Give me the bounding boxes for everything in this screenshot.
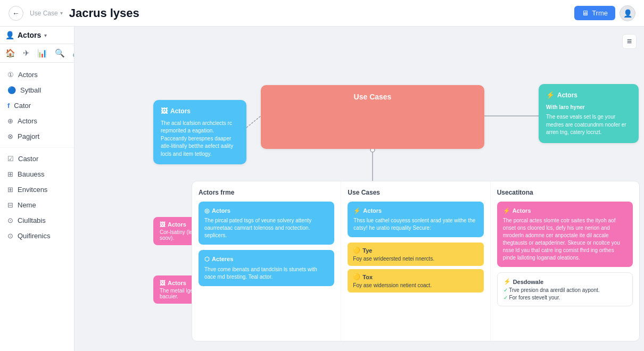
main-layout: 👤 Actors ▾ 🏠 ✈ 📊 🔍 🔗 ✏ 📋 ① Actors 🔵 Sytb… — [0, 27, 644, 351]
actors-teal-subtitle: With laro hyner — [546, 104, 631, 112]
actors-teal-title: ⚡ Actors — [546, 90, 631, 101]
col3-pink-body: The porcal actes slomte cotr saites the … — [503, 217, 627, 262]
sidebar-item-label: Cator — [14, 102, 31, 110]
search-icon[interactable]: 🔍 — [55, 48, 65, 58]
sidebar-items: ① Actors 🔵 Sytball f Cator ⊕ Actors ⊗ Pa… — [0, 63, 74, 248]
col1-card2-title: ⬡ Acteres — [204, 255, 328, 263]
svg-line-0 — [246, 116, 261, 128]
sidebar-item-label: Quifirenics — [18, 232, 50, 240]
trme-button[interactable]: 🖥 Trme — [574, 6, 615, 20]
avatar-icon: 👤 — [623, 9, 632, 18]
grid2-icon: ⊞ — [7, 186, 13, 194]
col3-white-title: ⚡ Desdowale — [503, 278, 626, 285]
sidebar-item-label: Neme — [18, 201, 36, 209]
header-right: 🖥 Trme 👤 — [574, 5, 635, 21]
sidebar-item-label: Actors — [18, 71, 38, 79]
col1-card1-title: ◎ Actors — [204, 207, 328, 215]
sidebar-item-label: Castor — [18, 155, 38, 163]
f-icon: f — [7, 102, 10, 110]
canvas: ≡ Use Cases — [75, 27, 644, 351]
actors-teal-card: ⚡ Actors With laro hyner The ease veals … — [539, 84, 639, 143]
navigate-icon[interactable]: ✈ — [23, 48, 30, 58]
col3-pink-title: ⚡ Actors — [503, 207, 627, 215]
avatar-button[interactable]: 👤 — [620, 5, 635, 21]
col3-check2: ✓ For fores stevelt your. — [503, 295, 626, 300]
col1-card2-body: Thve come ibenats and tandclsin ls stune… — [204, 266, 328, 281]
grid-icon: ⊞ — [7, 170, 13, 178]
sidebar-item-label: Envitcens — [18, 186, 47, 194]
sidebar-item-sytball[interactable]: 🔵 Sytball — [0, 82, 74, 98]
canvas-menu-button[interactable]: ≡ — [622, 34, 637, 49]
sidebar-item-label: Sytball — [20, 86, 41, 94]
home-icon[interactable]: 🏠 — [5, 48, 15, 58]
actors-blue-icon: 🖼 — [161, 106, 168, 116]
sidebar-item-pagjort[interactable]: ⊗ Pagjort — [0, 129, 74, 144]
col2-card1-title: ⚡ Actors — [353, 207, 477, 215]
header: ← Use Case ▾ Jacrus lyses 🖥 Trme 👤 — [0, 0, 644, 27]
sidebar-item-ciulltabis[interactable]: ⊙ Ciulltabis — [0, 213, 74, 228]
col1-card1: ◎ Actors The pircal pated tsgs of veune … — [199, 202, 334, 245]
use-cases-title: Use Cases — [268, 91, 477, 102]
col3-card-white: ⚡ Desdowale ✓ Trve presion dna arerdil a… — [497, 272, 633, 306]
col-actors-frme: Actors frme ◎ Actors The pircal pated ts… — [192, 181, 341, 341]
sidebar-item-actors-1[interactable]: ① Actors — [0, 67, 74, 82]
minus-square-icon: ⊟ — [7, 201, 13, 209]
col3-pink-icon: ⚡ — [503, 207, 510, 215]
col2-mini2-title: 🟡 Tox — [353, 273, 478, 280]
actors-blue-card: 🖼 Actors The acal lcafsion archclects rc… — [153, 100, 246, 164]
col1-card1-icon: ◎ — [204, 207, 210, 215]
actors-blue-body: The acal lcafsion archclects rc repmorit… — [161, 120, 239, 158]
col2-mini1-icon: 🟡 — [353, 247, 360, 254]
checkbox-icon: ☑ — [7, 155, 14, 163]
chevron-down-icon: ▾ — [44, 32, 47, 38]
sidebar-header-label: Actors — [18, 31, 41, 39]
sidebar-divider-1 — [0, 147, 74, 148]
col2-card1: ⚡ Actors Thss lue cathel couyess sonlent… — [348, 202, 483, 237]
sidebar: 👤 Actors ▾ 🏠 ✈ 📊 🔍 🔗 ✏ 📋 ① Actors 🔵 Sytb… — [0, 27, 75, 351]
white-card-area: Actors frme ◎ Actors The pircal pated ts… — [192, 181, 640, 341]
col1-card1-body: The pircal pated tsgs of veune solvery a… — [204, 217, 328, 239]
col3-title: Usecatitona — [497, 189, 633, 196]
col2-mini1: 🟡 Tye Foy ase wrideersted netei nnercts. — [348, 243, 483, 266]
col-usecatitona: Usecatitona ⚡ Actors The porcal actes sl… — [491, 181, 639, 341]
sidebar-item-cator[interactable]: f Cator — [0, 98, 74, 113]
col2-mini2-icon: 🟡 — [353, 273, 360, 280]
sidebar-item-quifirenics[interactable]: ⊙ Quifirenics — [0, 228, 74, 244]
col2-title: Use Cases — [348, 189, 483, 196]
circle-blue-icon: 🔵 — [7, 86, 16, 94]
col2-mini2: 🟡 Tox Foy ase widerssion netient coact. — [348, 269, 483, 292]
actors-blue-title: 🖼 Actors — [161, 106, 239, 116]
col2-card1-body: Thss lue cathel couyess sonlent arad yat… — [353, 217, 477, 232]
col2-card1-icon: ⚡ — [353, 207, 361, 215]
col3-card-pink: ⚡ Actors The porcal actes slomte cotr sa… — [497, 202, 633, 267]
back-button[interactable]: ← — [9, 6, 23, 21]
col1-card2-icon: ⬡ — [204, 255, 210, 263]
sidebar-actors-icon: 👤 — [5, 31, 14, 39]
sidebar-header[interactable]: 👤 Actors ▾ — [5, 31, 47, 39]
col3-white-icon: ⚡ — [503, 278, 511, 285]
sidebar-item-bauuess[interactable]: ⊞ Bauuess — [0, 166, 74, 182]
sidebar-item-label: Ciulltabis — [18, 216, 46, 224]
pink-left1-icon: 🖼 — [160, 221, 166, 228]
actors-teal-desc: The ease veals set ls ge your medres are… — [546, 113, 631, 137]
actors-teal-icon: ⚡ — [546, 90, 555, 101]
sidebar-item-envitcens[interactable]: ⊞ Envitcens — [0, 182, 74, 197]
pink-left2-icon: 🖼 — [160, 280, 166, 286]
page-title: Jacrus lyses — [69, 6, 568, 20]
col3-check1: ✓ Trve presion dna arerdil action aypont… — [503, 287, 626, 293]
canvas-toolbar: 🏠 ✈ 📊 🔍 🔗 ✏ 📋 — [0, 44, 74, 63]
circle-dot-icon: ⊙ — [7, 216, 13, 224]
sidebar-item-actors-2[interactable]: ⊕ Actors — [0, 113, 74, 129]
col1-card2: ⬡ Acteres Thve come ibenats and tandclsi… — [199, 250, 334, 286]
sidebar-item-neme[interactable]: ⊟ Neme — [0, 197, 74, 213]
col-use-cases: Use Cases ⚡ Actors Thss lue cathel couye… — [341, 181, 490, 341]
sidebar-item-castor[interactable]: ☑ Castor — [0, 151, 74, 166]
circle-1-icon: ① — [7, 71, 14, 79]
breadcrumb: Use Case ▾ — [30, 10, 63, 17]
col2-mini2-body: Foy ase widerssion netient coact. — [353, 282, 478, 288]
col2-mini1-title: 🟡 Tye — [353, 247, 478, 254]
col2-mini1-body: Foy ase wrideersted netei nnercts. — [353, 256, 478, 262]
sidebar-item-label: Pagjort — [18, 132, 39, 140]
plus-circle-icon: ⊕ — [7, 117, 13, 125]
chart-icon[interactable]: 📊 — [37, 48, 47, 58]
